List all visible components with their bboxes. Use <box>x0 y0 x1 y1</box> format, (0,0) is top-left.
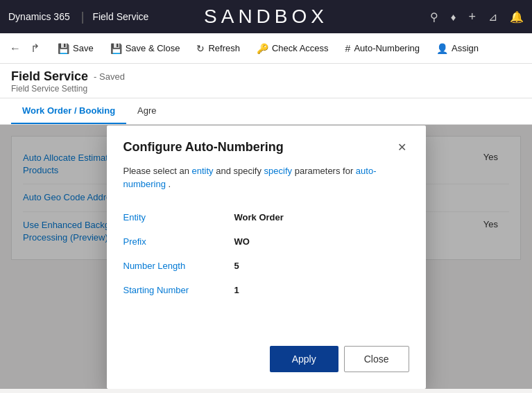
check-access-icon: 🔑 <box>257 43 268 54</box>
back-button[interactable]: ← <box>6 40 25 58</box>
assign-icon: 👤 <box>436 43 448 54</box>
save-close-icon: 💾 <box>110 43 122 54</box>
search-icon[interactable]: ⚲ <box>430 10 438 24</box>
top-navigation: Dynamics 365 | Field Service SANDBOX ⚲ ♦… <box>0 0 532 33</box>
saved-status: - Saved <box>94 71 125 82</box>
sandbox-label: SANDBOX <box>204 6 328 28</box>
modal-footer: Apply Close <box>107 335 426 389</box>
check-access-button[interactable]: 🔑 Check Access <box>250 39 336 58</box>
tab-agre[interactable]: Agre <box>126 98 167 124</box>
tab-work-order-booking[interactable]: Work Order / Booking <box>11 98 126 124</box>
desc-part2: and specify <box>216 166 261 176</box>
apply-button[interactable]: Apply <box>270 346 338 372</box>
table-row: Prefix WO <box>123 229 409 254</box>
save-button[interactable]: 💾 Save <box>51 39 101 58</box>
desc-params-link: specify <box>264 166 295 176</box>
desc-entity-link: entity <box>192 166 216 176</box>
assign-button[interactable]: 👤 Assign <box>429 39 486 58</box>
table-row: Starting Number 1 <box>123 278 409 302</box>
dynamics-365-label[interactable]: Dynamics 365 <box>8 11 78 22</box>
forward-button[interactable]: ↱ <box>26 39 44 58</box>
save-close-button[interactable]: 💾 Save & Close <box>103 39 187 58</box>
field-label-entity: Entity <box>123 205 234 229</box>
refresh-button[interactable]: ↻ Refresh <box>189 39 247 58</box>
field-label-prefix: Prefix <box>123 229 234 254</box>
refresh-icon: ↻ <box>196 43 205 54</box>
modal-fields-table: Entity Work Order Prefix WO Number Lengt… <box>123 205 409 302</box>
desc-part3: parameters for <box>295 166 356 176</box>
auto-numbering-button[interactable]: # Auto-Numbering <box>338 39 427 58</box>
field-label-starting-number: Starting Number <box>123 278 234 302</box>
nav-divider: | <box>81 10 85 24</box>
field-value-prefix: WO <box>234 229 409 254</box>
field-value-number-length: 5 <box>234 254 409 278</box>
brand-area: Dynamics 365 | Field Service <box>8 10 148 24</box>
field-value-entity: Work Order <box>234 205 409 229</box>
content-area: Auto Allocate Estimated Products Yes Aut… <box>0 125 532 389</box>
topnav-icons: ⚲ ♦ + ⊿ 🔔 <box>430 10 524 24</box>
page-title: Field Service <box>11 69 88 84</box>
field-label-number-length: Number Length <box>123 254 234 278</box>
desc-end: . <box>169 179 171 189</box>
modal-overlay: Configure Auto-Numbering ✕ Please select… <box>0 125 532 389</box>
modal-close-button[interactable]: ✕ <box>395 139 409 156</box>
plus-icon[interactable]: + <box>468 10 476 24</box>
close-button[interactable]: Close <box>344 346 409 372</box>
command-bar: ← ↱ 💾 Save 💾 Save & Close ↻ Refresh 🔑 Ch… <box>0 33 532 64</box>
table-row: Number Length 5 <box>123 254 409 278</box>
modal-body: Please select an entity and specify spec… <box>107 164 426 335</box>
page-header: Field Service - Saved Field Service Sett… <box>0 64 532 98</box>
field-value-starting-number: 1 <box>234 278 409 302</box>
lightbulb-icon[interactable]: ♦ <box>451 11 456 23</box>
page-subtitle: Field Service Setting <box>11 84 521 94</box>
desc-part1: Please select an <box>123 166 189 176</box>
modal-header: Configure Auto-Numbering ✕ <box>107 125 426 164</box>
filter-icon[interactable]: ⊿ <box>488 10 497 24</box>
tab-bar: Work Order / Booking Agre <box>0 98 532 125</box>
table-row: Entity Work Order <box>123 205 409 229</box>
nav-arrows: ← ↱ <box>6 39 44 58</box>
modal-configure-auto-numbering: Configure Auto-Numbering ✕ Please select… <box>107 125 426 389</box>
modal-title: Configure Auto-Numbering <box>123 140 284 155</box>
bell-icon[interactable]: 🔔 <box>510 10 524 24</box>
save-icon: 💾 <box>58 43 69 54</box>
auto-numbering-icon: # <box>345 43 351 54</box>
fieldservice-label[interactable]: Field Service <box>87 11 148 22</box>
modal-description: Please select an entity and specify spec… <box>123 164 409 191</box>
